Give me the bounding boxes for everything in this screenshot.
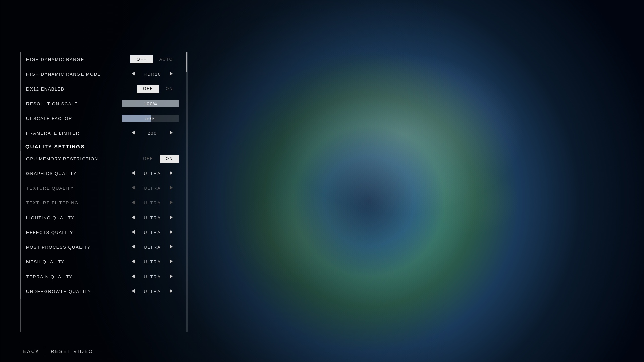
toggle-on-high-dynamic-range[interactable]: AUTO [153, 55, 179, 63]
toggle-gpu-memory: OFF ON [137, 155, 179, 163]
selector-terrain-quality: ULTRA [125, 274, 179, 279]
tri-left-icon-eq [132, 230, 135, 234]
arrow-right-mesh[interactable] [168, 259, 174, 264]
tri-right-icon-gq [170, 171, 173, 175]
row-post-process-quality: POST PROCESS QUALITY ULTRA [20, 240, 184, 254]
toggle-dx12: OFF ON [137, 85, 179, 93]
tri-left-icon-terq [132, 274, 135, 278]
tri-right-icon-terq [170, 274, 173, 278]
reset-video-button[interactable]: RESET VIDEO [48, 347, 96, 355]
arrow-left-terrain[interactable] [130, 274, 136, 279]
arrow-left-post-process[interactable] [130, 244, 136, 250]
arrow-right-effects[interactable] [168, 230, 174, 235]
label-framerate-limiter: FRAMERATE LIMITER [26, 131, 125, 136]
row-dx12-enabled: DX12 ENABLED OFF ON [20, 81, 184, 96]
row-texture-quality: TEXTURE QUALITY ULTRA [20, 181, 184, 195]
tri-left-icon-mq [132, 259, 135, 263]
tri-right-icon-pp [170, 245, 173, 249]
row-mesh-quality: MESH QUALITY ULTRA [20, 254, 184, 269]
selector-effects-quality: ULTRA [125, 230, 179, 235]
tri-left-icon-tf [132, 200, 135, 204]
bottom-bar: BACK RESET VIDEO [20, 342, 624, 355]
slider-track-ui: 50% [122, 115, 179, 122]
tri-right-icon-lq [170, 215, 173, 219]
label-resolution-scale: RESOLUTION SCALE [26, 101, 122, 106]
slider-resolution-scale[interactable]: 100% [122, 100, 179, 107]
toggle-on-dx12[interactable]: ON [160, 85, 179, 93]
settings-scroll[interactable]: HIGH DYNAMIC RANGE OFF AUTO HIGH DYNAMIC… [20, 52, 188, 332]
toggle-off-high-dynamic-range[interactable]: OFF [130, 55, 153, 63]
label-terrain-quality: TERRAIN QUALITY [26, 274, 125, 279]
row-effects-quality: EFFECTS QUALITY ULTRA [20, 225, 184, 240]
label-high-dynamic-range: HIGH DYNAMIC RANGE [26, 57, 130, 62]
row-high-dynamic-range-mode: HIGH DYNAMIC RANGE MODE HDR10 [20, 67, 184, 81]
toggle-off-gpu-memory[interactable]: OFF [137, 155, 159, 163]
value-effects-quality: ULTRA [139, 230, 166, 235]
selector-mesh-quality: ULTRA [125, 259, 179, 264]
value-undergrowth-quality: ULTRA [139, 289, 166, 294]
scrollbar-thumb[interactable] [186, 52, 187, 72]
selector-undergrowth-quality: ULTRA [125, 289, 179, 294]
selector-high-dynamic-range-mode: HDR10 [125, 71, 179, 77]
settings-panel: HIGH DYNAMIC RANGE OFF AUTO HIGH DYNAMIC… [20, 52, 188, 332]
arrow-right-post-process[interactable] [168, 244, 174, 250]
value-terrain-quality: ULTRA [139, 274, 166, 279]
label-graphics-quality: GRAPHICS QUALITY [26, 171, 125, 176]
selector-texture-filtering: ULTRA [125, 200, 179, 205]
arrow-right-texture-quality[interactable] [168, 185, 174, 191]
toggle-on-gpu-memory[interactable]: ON [160, 155, 179, 163]
selector-post-process: ULTRA [125, 244, 179, 250]
row-high-dynamic-range: HIGH DYNAMIC RANGE OFF AUTO [20, 52, 184, 67]
arrow-left-texture-quality[interactable] [130, 185, 136, 191]
label-texture-filtering: TEXTURE FILTERING [26, 200, 125, 205]
bottom-divider [45, 348, 45, 354]
arrow-left-effects[interactable] [130, 230, 136, 235]
slider-ui-scale[interactable]: 50% [122, 115, 179, 122]
row-lighting-quality: LIGHTING QUALITY ULTRA [20, 210, 184, 225]
arrow-right-texture-filtering[interactable] [168, 200, 174, 205]
label-post-process-quality: POST PROCESS QUALITY [26, 245, 125, 250]
selector-framerate: 200 [125, 130, 179, 136]
tri-left-icon-fr [132, 131, 135, 135]
tri-right-icon-uq [170, 289, 173, 293]
tri-left-icon-gq [132, 171, 135, 175]
tri-right-icon-fr [170, 131, 173, 135]
arrow-right-lighting[interactable] [168, 215, 174, 220]
arrow-right-terrain[interactable] [168, 274, 174, 279]
arrow-right-graphics[interactable] [168, 171, 174, 176]
selector-graphics-quality: ULTRA [125, 171, 179, 176]
tri-right-icon-tf [170, 200, 173, 204]
arrow-left-texture-filtering[interactable] [130, 200, 136, 205]
tri-right-icon-tq [170, 186, 173, 190]
tri-right-icon-eq [170, 230, 173, 234]
back-button[interactable]: BACK [20, 347, 42, 355]
label-high-dynamic-range-mode: HIGH DYNAMIC RANGE MODE [26, 72, 125, 77]
tri-left-icon [132, 72, 135, 76]
row-resolution-scale: RESOLUTION SCALE 100% [20, 96, 184, 111]
value-framerate: 200 [139, 131, 166, 136]
arrow-right-framerate[interactable] [168, 130, 174, 136]
arrow-left-undergrowth[interactable] [130, 289, 136, 294]
label-gpu-memory: GPU MEMORY RESTRICTION [26, 156, 137, 161]
row-ui-scale-factor: UI SCALE FACTOR 50% [20, 111, 184, 126]
tri-left-icon-lq [132, 215, 135, 219]
row-terrain-quality: TERRAIN QUALITY ULTRA [20, 269, 184, 284]
value-mesh-quality: ULTRA [139, 259, 166, 264]
label-texture-quality: TEXTURE QUALITY [26, 186, 125, 191]
row-undergrowth-quality: UNDERGROWTH QUALITY ULTRA [20, 284, 184, 299]
label-dx12-enabled: DX12 ENABLED [26, 86, 137, 92]
arrow-right-hdr-mode[interactable] [168, 71, 174, 77]
arrow-right-undergrowth[interactable] [168, 289, 174, 294]
slider-value-ui: 50% [122, 116, 179, 121]
arrow-left-mesh[interactable] [130, 259, 136, 264]
arrow-left-framerate[interactable] [130, 130, 136, 136]
row-graphics-quality: GRAPHICS QUALITY ULTRA [20, 166, 184, 181]
arrow-left-hdr-mode[interactable] [130, 71, 136, 77]
value-hdr-mode: HDR10 [139, 72, 166, 77]
quality-settings-heading: QUALITY SETTINGS [20, 140, 184, 151]
arrow-left-graphics[interactable] [130, 171, 136, 176]
slider-value-resolution: 100% [122, 101, 179, 106]
label-lighting-quality: LIGHTING QUALITY [26, 215, 125, 220]
toggle-off-dx12[interactable]: OFF [137, 85, 159, 93]
arrow-left-lighting[interactable] [130, 215, 136, 220]
